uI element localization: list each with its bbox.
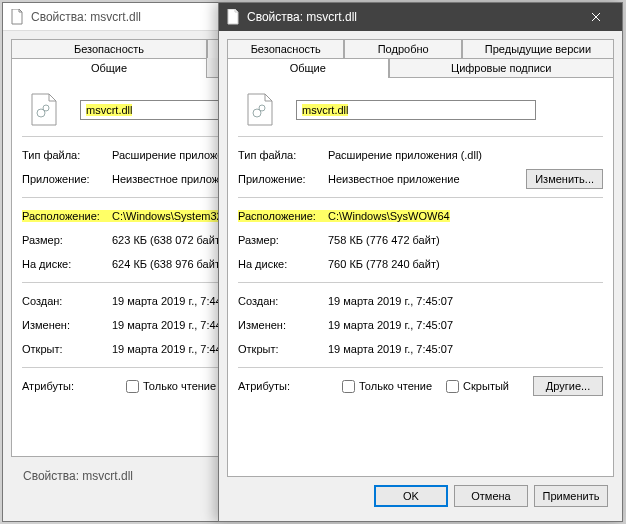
label-attributes: Атрибуты: [22, 380, 112, 392]
tab-security[interactable]: Безопасность [11, 39, 207, 58]
label-size: Размер: [22, 234, 112, 246]
tab-panel-general: msvcrt.dll Тип файла:Расширение приложен… [227, 77, 614, 477]
tab-details[interactable]: Подробно [344, 39, 461, 58]
label-location: Расположение: [22, 210, 112, 222]
label-modified: Изменен: [238, 319, 328, 331]
value-modified: 19 марта 2019 г., 7:45:07 [328, 319, 603, 331]
checkbox-readonly[interactable]: Только чтение [126, 380, 216, 393]
value-ondisk: 760 КБ (778 240 байт) [328, 258, 603, 270]
file-icon [225, 9, 241, 25]
label-created: Создан: [238, 295, 328, 307]
checkbox-hidden[interactable]: Скрытый [446, 380, 509, 393]
close-button[interactable] [576, 3, 616, 31]
ok-button[interactable]: OK [374, 485, 448, 507]
apply-button[interactable]: Применить [534, 485, 608, 507]
properties-window-syswow64: Свойства: msvcrt.dll Безопасность Подроб… [218, 2, 623, 522]
label-created: Создан: [22, 295, 112, 307]
value-type: Расширение приложения (.dll) [328, 149, 603, 161]
footer-title: Свойства: msvcrt.dll [23, 469, 133, 483]
label-attributes: Атрибуты: [238, 380, 328, 392]
label-ondisk: На диске: [22, 258, 112, 270]
other-attributes-button[interactable]: Другие... [533, 376, 603, 396]
value-location: C:\Windows\SysWOW64 [328, 210, 603, 222]
checkbox-readonly[interactable]: Только чтение [342, 380, 432, 393]
label-type: Тип файла: [22, 149, 112, 161]
value-app: Неизвестное приложение [328, 173, 526, 185]
label-modified: Изменен: [22, 319, 112, 331]
dll-icon [244, 94, 276, 126]
value-size: 758 КБ (776 472 байт) [328, 234, 603, 246]
tab-general[interactable]: Общие [11, 58, 207, 77]
change-button[interactable]: Изменить... [526, 169, 603, 189]
label-ondisk: На диске: [238, 258, 328, 270]
label-type: Тип файла: [238, 149, 328, 161]
label-app: Приложение: [22, 173, 112, 185]
label-location: Расположение: [238, 210, 328, 222]
window-title: Свойства: msvcrt.dll [247, 10, 576, 24]
filename-input[interactable]: msvcrt.dll [296, 100, 536, 120]
file-icon [9, 9, 25, 25]
window-body: Безопасность Подробно Предыдущие версии … [219, 31, 622, 521]
dll-icon [28, 94, 60, 126]
tab-security[interactable]: Безопасность [227, 39, 344, 58]
tab-previous-versions[interactable]: Предыдущие версии [462, 39, 614, 58]
tab-strip: Безопасность Подробно Предыдущие версии … [227, 39, 614, 77]
label-size: Размер: [238, 234, 328, 246]
label-app: Приложение: [238, 173, 328, 185]
cancel-button[interactable]: Отмена [454, 485, 528, 507]
value-created: 19 марта 2019 г., 7:45:07 [328, 295, 603, 307]
tab-digital-signatures[interactable]: Цифровые подписи [389, 58, 614, 77]
label-opened: Открыт: [22, 343, 112, 355]
value-opened: 19 марта 2019 г., 7:45:07 [328, 343, 603, 355]
titlebar[interactable]: Свойства: msvcrt.dll [219, 3, 622, 31]
label-opened: Открыт: [238, 343, 328, 355]
tab-general[interactable]: Общие [227, 58, 389, 77]
